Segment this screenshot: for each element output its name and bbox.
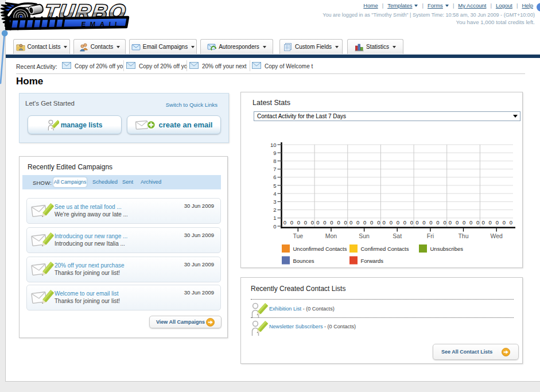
svg-text:0: 0	[273, 223, 276, 230]
svg-text:Sun: Sun	[359, 232, 370, 239]
svg-text:Confirmed Contacts: Confirmed Contacts	[361, 246, 409, 252]
svg-text:0: 0	[410, 219, 413, 226]
svg-text:0: 0	[476, 219, 479, 226]
svg-text:0: 0	[316, 219, 319, 226]
svg-text:4: 4	[273, 191, 276, 197]
svg-text:0: 0	[304, 219, 307, 226]
svg-text:Tue: Tue	[293, 232, 303, 239]
svg-text:0: 0	[443, 219, 446, 226]
svg-text:1: 1	[273, 215, 276, 221]
svg-text:0: 0	[436, 219, 439, 226]
svg-text:Thu: Thu	[458, 232, 468, 239]
svg-text:Mon: Mon	[325, 232, 337, 239]
svg-text:0: 0	[469, 219, 472, 226]
svg-text:Unconfirmed Contacts: Unconfirmed Contacts	[293, 246, 347, 252]
svg-text:5: 5	[273, 183, 276, 189]
svg-text:3: 3	[273, 199, 276, 205]
svg-text:0: 0	[330, 219, 333, 226]
svg-text:Bounces: Bounces	[293, 258, 314, 264]
svg-text:0: 0	[297, 219, 300, 226]
svg-text:0: 0	[422, 219, 425, 226]
svg-text:Fri: Fri	[427, 232, 434, 239]
svg-text:0: 0	[496, 219, 499, 226]
svg-text:0: 0	[356, 219, 359, 226]
svg-text:0: 0	[456, 219, 459, 226]
svg-text:0: 0	[323, 219, 326, 226]
svg-text:0: 0	[482, 219, 485, 226]
svg-text:0: 0	[510, 219, 512, 226]
svg-text:0: 0	[415, 219, 418, 226]
svg-text:EMAIL: EMAIL	[81, 21, 123, 28]
svg-text:0: 0	[337, 219, 340, 226]
svg-text:0: 0	[403, 219, 406, 226]
svg-text:Wed: Wed	[490, 232, 503, 239]
svg-text:0: 0	[463, 219, 465, 226]
svg-text:Unsubscribes: Unsubscribes	[430, 246, 464, 252]
svg-text:0: 0	[344, 219, 347, 226]
svg-text:Forwards: Forwards	[361, 258, 384, 264]
svg-text:0: 0	[503, 219, 506, 226]
svg-text:0: 0	[283, 219, 286, 226]
svg-text:0: 0	[370, 219, 373, 226]
svg-text:0: 0	[377, 219, 380, 226]
svg-text:0: 0	[290, 219, 293, 226]
svg-text:0: 0	[383, 219, 386, 226]
svg-text:10: 10	[270, 142, 277, 148]
svg-text:0: 0	[489, 219, 492, 226]
svg-text:0: 0	[390, 219, 393, 226]
svg-text:0: 0	[397, 219, 399, 226]
svg-text:Sat: Sat	[393, 232, 402, 239]
svg-text:2: 2	[273, 207, 276, 213]
svg-text:0: 0	[429, 219, 432, 226]
svg-text:0: 0	[363, 219, 366, 226]
svg-text:0: 0	[349, 219, 352, 226]
svg-text:6: 6	[273, 174, 276, 180]
svg-text:7: 7	[273, 166, 276, 172]
svg-text:8: 8	[273, 158, 276, 164]
svg-text:0: 0	[311, 219, 314, 226]
svg-text:0: 0	[449, 219, 452, 226]
svg-text:9: 9	[273, 150, 276, 156]
